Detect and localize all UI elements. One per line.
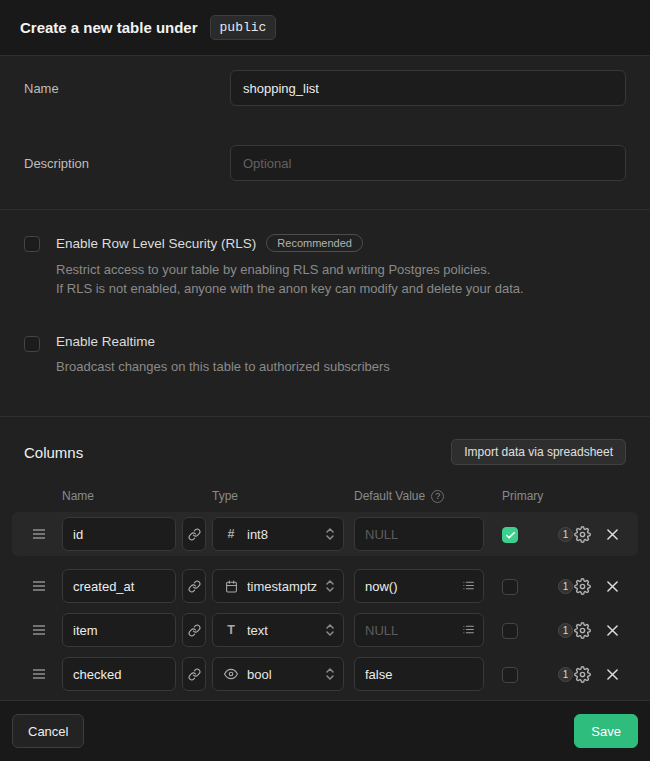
text-type-icon: T (223, 623, 239, 637)
gear-icon (574, 526, 591, 543)
columns-title-row: Columns Import data via spreadsheet (24, 439, 626, 465)
column-name-input[interactable] (62, 613, 176, 647)
table-info-section: Name Description (0, 56, 650, 209)
recommended-badge: Recommended (266, 234, 363, 252)
help-icon[interactable]: ? (431, 490, 444, 503)
column-type-select[interactable]: timestamptz (212, 569, 344, 603)
realtime-title-row: Enable Realtime (56, 334, 390, 349)
chevron-up-down-icon (325, 527, 335, 541)
column-row-id: # int8 1 (24, 517, 626, 551)
chevron-up-down-icon (325, 579, 335, 593)
hash-icon: # (223, 527, 239, 541)
panel-title: Create a new table under (20, 19, 198, 36)
table-name-input[interactable] (230, 70, 626, 106)
remove-column-icon[interactable] (598, 520, 626, 548)
drag-handle-icon[interactable] (24, 668, 62, 680)
rls-title-row: Enable Row Level Security (RLS) Recommen… (56, 234, 524, 252)
rls-checkbox[interactable] (24, 236, 40, 252)
gear-icon (574, 622, 591, 639)
panel-header: Create a new table under public (0, 0, 650, 56)
toggles-section: Enable Row Level Security (RLS) Recommen… (0, 209, 650, 416)
description-field-row: Description (24, 145, 626, 181)
realtime-toggle-body: Enable Realtime Broadcast changes on thi… (56, 334, 390, 376)
remove-column-icon[interactable] (598, 616, 626, 644)
name-field-row: Name (24, 70, 626, 106)
column-settings-button[interactable]: 1 (558, 578, 598, 595)
realtime-checkbox[interactable] (24, 336, 40, 352)
column-type-select[interactable]: T text (212, 613, 344, 647)
settings-count-badge: 1 (558, 527, 573, 542)
settings-count-badge: 1 (558, 623, 573, 638)
drag-handle-icon[interactable] (24, 580, 62, 592)
column-name-input[interactable] (62, 657, 176, 691)
realtime-description: Broadcast changes on this table to autho… (56, 357, 390, 376)
column-default-input[interactable] (354, 517, 484, 551)
primary-checkbox[interactable] (502, 527, 518, 543)
column-header-name: Name (62, 489, 176, 503)
column-name-input[interactable] (62, 517, 176, 551)
column-header-default: Default Value ? (354, 489, 502, 503)
realtime-toggle-block: Enable Realtime Broadcast changes on thi… (24, 334, 626, 376)
schema-badge: public (210, 15, 277, 40)
panel-content: Name Description Enable Row Level Securi… (0, 56, 650, 700)
gear-icon (574, 578, 591, 595)
rls-toggle-block: Enable Row Level Security (RLS) Recommen… (24, 234, 626, 298)
column-settings-button[interactable]: 1 (558, 622, 598, 639)
default-suggestions-icon[interactable] (455, 572, 481, 598)
primary-checkbox[interactable] (502, 667, 518, 683)
name-label: Name (24, 81, 230, 96)
import-spreadsheet-button[interactable]: Import data via spreadsheet (451, 439, 626, 465)
primary-checkbox[interactable] (502, 623, 518, 639)
default-suggestions-icon[interactable] (455, 616, 481, 642)
column-row-item: T text (24, 613, 626, 647)
foreign-key-link-icon[interactable] (182, 657, 206, 691)
chevron-up-down-icon (325, 667, 335, 681)
column-name-input[interactable] (62, 569, 176, 603)
remove-column-icon[interactable] (598, 572, 626, 600)
column-default-input[interactable] (354, 657, 484, 691)
column-type-select[interactable]: # int8 (212, 517, 344, 551)
column-settings-button[interactable]: 1 (558, 666, 598, 683)
description-label: Description (24, 156, 230, 171)
rls-description-line1: Restrict access to your table by enablin… (56, 260, 524, 279)
drag-handle-icon[interactable] (24, 624, 62, 636)
rls-toggle-body: Enable Row Level Security (RLS) Recommen… (56, 234, 524, 298)
eye-icon (223, 667, 239, 681)
settings-count-badge: 1 (558, 667, 573, 682)
primary-checkbox[interactable] (502, 579, 518, 595)
column-row-created-at: timestamptz (24, 569, 626, 603)
column-header-primary: Primary (502, 489, 558, 503)
realtime-label: Enable Realtime (56, 334, 155, 349)
gear-icon (574, 666, 591, 683)
panel-footer: Cancel Save (0, 700, 650, 761)
calendar-icon (223, 580, 239, 593)
rls-description: Restrict access to your table by enablin… (56, 260, 524, 298)
drag-handle-icon[interactable] (24, 528, 62, 540)
chevron-up-down-icon (325, 623, 335, 637)
column-row-checked: bool 1 (24, 657, 626, 691)
columns-title: Columns (24, 444, 83, 461)
cancel-button[interactable]: Cancel (12, 714, 84, 748)
foreign-key-link-icon[interactable] (182, 517, 206, 551)
columns-section: Columns Import data via spreadsheet Name… (0, 416, 650, 700)
table-description-input[interactable] (230, 145, 626, 181)
columns-grid-header: Name Type Default Value ? Primary (24, 489, 626, 503)
column-header-type: Type (212, 489, 354, 503)
column-type-select[interactable]: bool (212, 657, 344, 691)
save-button[interactable]: Save (574, 714, 638, 748)
settings-count-badge: 1 (558, 579, 573, 594)
foreign-key-link-icon[interactable] (182, 613, 206, 647)
rls-label: Enable Row Level Security (RLS) (56, 236, 256, 251)
column-rows: # int8 1 (24, 517, 626, 691)
create-table-panel: Create a new table under public Name Des… (0, 0, 650, 761)
foreign-key-link-icon[interactable] (182, 569, 206, 603)
remove-column-icon[interactable] (598, 660, 626, 688)
column-settings-button[interactable]: 1 (558, 526, 598, 543)
rls-description-line2: If RLS is not enabled, anyone with the a… (56, 279, 524, 298)
